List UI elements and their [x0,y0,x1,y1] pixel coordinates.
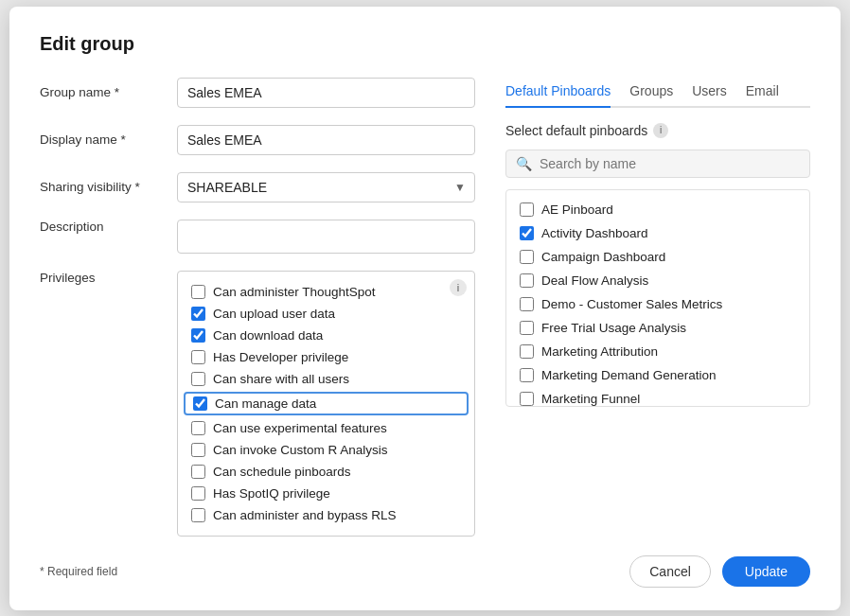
modal-title: Edit group [40,33,810,55]
display-name-input[interactable] [177,125,475,155]
pinboard-checkbox-pb3[interactable] [520,250,534,264]
tab-default-pinboards[interactable]: Default Pinboards [505,78,611,106]
display-name-row: Display name * [40,125,475,155]
privilege-checkbox-p3[interactable] [191,328,205,343]
privilege-label: Has Developer privilege [213,350,348,364]
privilege-label: Can invoke Custom R Analysis [213,443,388,457]
privilege-checkbox-p2[interactable] [191,307,205,321]
pinboard-label: Campaign Dashboard [541,250,665,264]
pinboard-item-ae: AE Pinboard [518,198,798,221]
tab-groups[interactable]: Groups [629,78,673,106]
privilege-checkbox-p5[interactable] [191,372,205,386]
pinboard-label: Marketing Attribution [541,344,658,359]
section-title: Select default pinboards i [505,123,810,138]
privilege-label: Can schedule pinboards [213,465,351,479]
required-note: * Required field [40,565,117,578]
privilege-item: Can administer and bypass RLS [189,504,463,526]
privilege-item: Can share with all users [189,368,463,390]
privilege-item-highlighted: Can manage data [184,392,469,415]
right-panel: Default Pinboards Groups Users Email Sel… [505,78,810,537]
pinboard-item-deal: Deal Flow Analysis [518,269,798,292]
privilege-item: Can invoke Custom R Analysis [189,439,463,461]
privilege-label: Has SpotIQ privilege [213,486,330,501]
pinboard-checkbox-pb4[interactable] [520,273,534,288]
edit-group-modal: Edit group Group name * Display name * S… [9,7,841,610]
cancel-button[interactable]: Cancel [629,555,711,588]
privilege-label: Can manage data [215,396,316,411]
display-name-label: Display name * [40,132,177,147]
tab-users[interactable]: Users [692,78,727,106]
pinboard-label: Demo - Customer Sales Metrics [541,297,722,311]
pinboard-checkbox-pb5[interactable] [520,297,534,311]
privilege-label: Can download data [213,328,323,343]
tab-email[interactable]: Email [746,78,779,106]
tabs: Default Pinboards Groups Users Email [505,78,810,108]
privilege-label: Can administer ThoughtSpot [213,285,376,299]
left-panel: Group name * Display name * Sharing visi… [40,78,475,537]
sharing-select-wrapper: SHAREABLE NOT_SHAREABLE ▼ [177,172,475,202]
privilege-label: Can upload user data [213,307,335,321]
pinboard-checkbox-pb6[interactable] [520,321,534,335]
privilege-item: Has Developer privilege [189,346,463,368]
pinboard-item-marketing-attr: Marketing Attribution [518,340,798,363]
privilege-item: Has SpotIQ privilege [189,483,463,504]
privileges-label: Privileges [40,271,177,285]
pinboard-checkbox-pb8[interactable] [520,368,534,382]
update-button[interactable]: Update [722,556,810,587]
description-input[interactable] [177,220,475,254]
pinboard-label: Free Trial Usage Analysis [541,321,686,335]
group-name-label: Group name * [40,85,177,99]
pinboard-label: AE Pinboard [541,202,613,217]
privilege-label: Can share with all users [213,372,349,386]
footer-buttons: Cancel Update [629,555,810,588]
section-info-icon[interactable]: i [653,123,668,138]
privileges-info-icon[interactable]: i [450,279,467,296]
pinboard-checkbox-pb9[interactable] [520,392,534,406]
privilege-checkbox-p10[interactable] [191,486,205,501]
pinboard-item-marketing-funnel: Marketing Funnel [518,387,798,407]
pinboard-label: Marketing Funnel [541,392,640,406]
description-label: Description [40,220,177,234]
privilege-checkbox-p8[interactable] [191,443,205,457]
privilege-item: Can download data [189,325,463,346]
privilege-label: Can use experimental features [213,421,387,435]
privilege-checkbox-p6[interactable] [193,396,207,411]
privilege-checkbox-p4[interactable] [191,350,205,364]
pinboard-item-freetrial: Free Trial Usage Analysis [518,316,798,340]
privilege-label: Can administer and bypass RLS [213,508,397,522]
search-input[interactable] [540,156,800,171]
sharing-row: Sharing visibility * SHAREABLE NOT_SHARE… [40,172,475,202]
pinboard-item-campaign: Campaign Dashboard [518,245,798,269]
search-icon: 🔍 [516,156,532,171]
description-row: Description [40,220,475,254]
privilege-checkbox-p11[interactable] [191,508,205,522]
privilege-item: Can schedule pinboards [189,461,463,483]
sharing-select[interactable]: SHAREABLE NOT_SHAREABLE [177,172,475,202]
group-name-input[interactable] [177,78,475,108]
privilege-item: Can upload user data [189,303,463,325]
privileges-box: i Can administer ThoughtSpot Can upload … [177,271,475,537]
pinboard-checkbox-pb1[interactable] [520,202,534,217]
pinboard-list: AE Pinboard Activity Dashboard Campaign … [505,189,810,407]
group-name-row: Group name * [40,78,475,108]
privileges-row: Privileges i Can administer ThoughtSpot … [40,271,475,537]
footer: * Required field Cancel Update [40,555,810,588]
pinboard-item-activity: Activity Dashboard [518,221,798,245]
privilege-checkbox-p7[interactable] [191,421,205,435]
privilege-item: Can administer ThoughtSpot [189,281,463,303]
pinboard-item-demo: Demo - Customer Sales Metrics [518,292,798,316]
privilege-item: Can use experimental features [189,417,463,439]
pinboard-label: Activity Dashboard [541,226,648,240]
pinboard-label: Marketing Demand Generation [541,368,717,382]
pinboard-item-marketing-demand: Marketing Demand Generation [518,363,798,387]
privilege-checkbox-p1[interactable] [191,285,205,299]
privilege-checkbox-p9[interactable] [191,465,205,479]
sharing-label: Sharing visibility * [40,180,177,194]
pinboard-checkbox-pb2[interactable] [520,226,534,240]
pinboard-label: Deal Flow Analysis [541,273,648,288]
search-box: 🔍 [505,150,810,178]
pinboard-checkbox-pb7[interactable] [520,344,534,359]
